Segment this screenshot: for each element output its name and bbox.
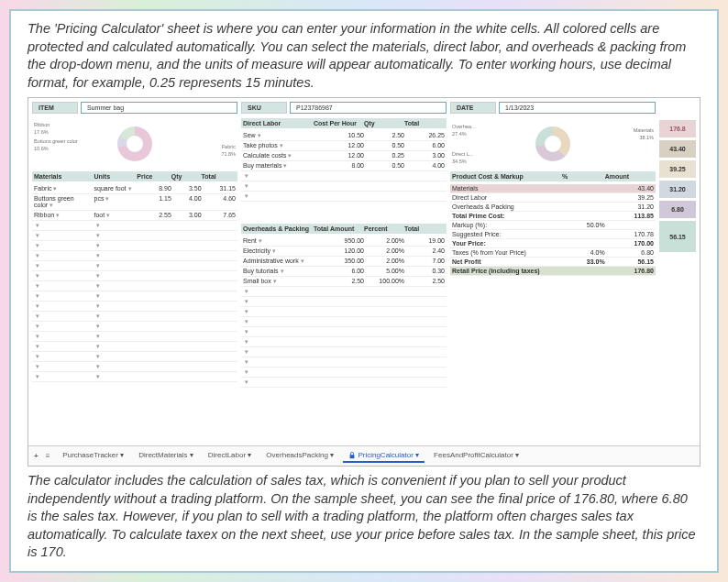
date-input[interactable]: 1/13/2023 (499, 102, 656, 114)
side-profit: 56.15 (659, 221, 696, 252)
document-frame: The 'Pricing Calculator' sheet is where … (9, 9, 719, 573)
labor-rows: Sew10.502.5026.25Take photos12.000.506.0… (241, 131, 447, 202)
spreadsheet-screenshot: ITEM Summer bag Ribbon 17.6% Buttons gre… (28, 97, 700, 467)
table-row: Overheads & Packing31.20 (450, 203, 656, 212)
col-labor-overheads: SKU P123786987 Direct Labor Cost Per Hou… (241, 102, 447, 442)
table-row: Materials43.40 (450, 184, 656, 193)
side-total: 176.8 (659, 120, 696, 137)
outro-paragraph: The calculator includes the calculation … (28, 472, 700, 562)
item-label: ITEM (32, 102, 78, 114)
summary-sidebar: 176.8 43.40 39.25 31.20 6.80 56.15 (659, 102, 696, 442)
svg-rect-0 (350, 455, 355, 458)
table-row: Markup (%):50.0% (450, 221, 656, 230)
table-row[interactable]: Electricity120.002.00%2.40 (241, 247, 447, 257)
table-row[interactable]: Take photos12.000.506.00 (241, 141, 447, 151)
table-row[interactable]: Fabricsquare foot8.903.5031.15 (32, 184, 237, 194)
cost-donut-chart: Overhea... 27.4% Materials 38.1% Direct … (450, 118, 656, 169)
intro-paragraph: The 'Pricing Calculator' sheet is where … (28, 20, 700, 92)
markup-rows: Materials43.40Direct Labor39.25Overheads… (450, 184, 656, 276)
side-overheads: 31.20 (659, 181, 696, 198)
tab-directlabor[interactable]: DirectLabor ▾ (203, 449, 258, 463)
materials-header: Materials Units Price Qty Total (32, 171, 237, 181)
table-row[interactable]: Ribbonfoot2.553.007.65 (32, 211, 237, 221)
sheet-tabs: + ≡ PurchaseTracker ▾DirectMaterials ▾Di… (28, 445, 700, 466)
table-row: Net Profit33.0%56.15 (450, 258, 656, 267)
table-row: Direct Labor39.25 (450, 193, 656, 203)
side-materials: 43.40 (659, 140, 696, 158)
date-label: DATE (450, 102, 496, 114)
labor-header: Direct Labor Cost Per Hour Qty Total (241, 118, 447, 128)
table-row: Your Price:170.00 (450, 239, 656, 248)
materials-rows: Fabricsquare foot8.903.5031.15Buttons gr… (32, 184, 237, 382)
table-row[interactable]: Buy tutorials6.005.00%0.30 (241, 267, 447, 277)
sku-input[interactable]: P123786987 (290, 102, 447, 114)
side-labor: 39.25 (659, 160, 696, 178)
materials-donut-chart: Ribbon 17.6% Buttons green color 10.6% F… (32, 118, 237, 169)
tab-directmaterials[interactable]: DirectMaterials ▾ (133, 449, 199, 463)
col-materials: ITEM Summer bag Ribbon 17.6% Buttons gre… (32, 102, 237, 442)
markup-header: Product Cost & Markup % Amount (450, 171, 656, 181)
add-sheet-button[interactable]: + (34, 452, 39, 460)
col-markup: DATE 1/13/2023 Overhea... 27.4% Material… (450, 102, 656, 442)
table-row[interactable]: Administrative work350.002.00%7.00 (241, 257, 447, 267)
tab-overheadspacking[interactable]: OverheadsPacking ▾ (260, 449, 339, 463)
table-row[interactable]: Buttons green colorpcs1.154.004.60 (32, 194, 237, 211)
table-row[interactable]: Rent950.002.00%19.00 (241, 236, 447, 247)
table-row[interactable]: Calculate costs12.000.253.00 (241, 151, 447, 161)
table-row: Taxes (% from Your Price)4.0%6.80 (450, 248, 656, 258)
side-tax: 6.80 (659, 201, 696, 218)
table-row[interactable]: Small box2.50100.00%2.50 (241, 277, 447, 287)
tab-purchasetracker[interactable]: PurchaseTracker ▾ (57, 449, 129, 463)
tab-pricingcalculator[interactable]: PricingCalculator ▾ (343, 449, 425, 463)
table-row: Suggested Price:170.78 (450, 230, 656, 239)
table-row: Total Prime Cost:113.85 (450, 212, 656, 221)
overheads-header: Overheads & Packing Total Amount Percent… (241, 224, 447, 234)
table-row: Retail Price (including taxes)176.80 (450, 267, 656, 276)
tab-feesandprofitcalculator[interactable]: FeesAndProfitCalculator ▾ (428, 449, 524, 463)
sku-label: SKU (241, 102, 287, 114)
table-row[interactable]: Buy materials8.000.504.00 (241, 161, 447, 171)
item-input[interactable]: Summer bag (81, 102, 237, 114)
table-row[interactable]: Sew10.502.5026.25 (241, 131, 447, 141)
overheads-rows: Rent950.002.00%19.00Electricity120.002.0… (241, 236, 447, 388)
all-sheets-button[interactable]: ≡ (46, 452, 50, 460)
lock-icon (348, 452, 356, 459)
